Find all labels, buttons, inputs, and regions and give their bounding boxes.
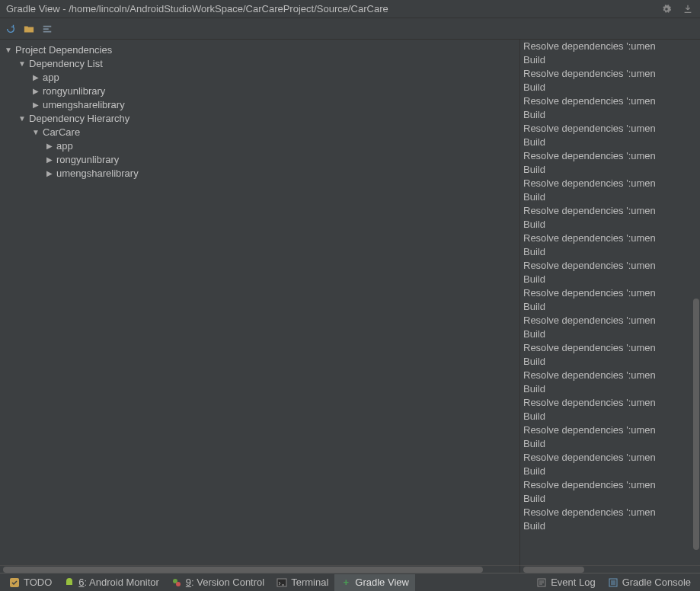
tree-item[interactable]: ▶rongyunlibrary — [0, 84, 519, 97]
collapse-toggle-icon[interactable]: ▶ — [44, 169, 55, 177]
svg-point-2 — [176, 582, 181, 586]
label: 9: Version Control — [186, 577, 264, 588]
log-icon — [536, 577, 547, 588]
tree-label: umengsharelibrary — [55, 168, 139, 179]
log-line: Build — [520, 437, 700, 451]
log-line: Build — [520, 410, 700, 423]
collapse-toggle-icon[interactable]: ▶ — [30, 73, 41, 81]
tree-item[interactable]: ▶umengsharelibrary — [0, 97, 519, 111]
log-line: Resolve dependencies ':umen — [520, 341, 700, 355]
label: Event Log — [551, 577, 596, 588]
tree-item[interactable]: ▶app — [0, 70, 519, 84]
header-actions — [660, 3, 694, 15]
terminal-icon — [276, 577, 287, 588]
log-line: Build — [520, 108, 700, 122]
android-monitor-tab[interactable]: 6: Android Monitor — [58, 574, 165, 591]
collapse-toggle-icon[interactable]: ▶ — [30, 87, 41, 95]
toolbar — [0, 18, 700, 40]
expand-toggle-icon[interactable]: ▼ — [3, 46, 14, 54]
collapse-toggle-icon[interactable]: ▶ — [44, 142, 55, 150]
log-line: Build — [520, 136, 700, 149]
title-bar: Gradle View - /home/lincoln/AndroidStudi… — [0, 0, 700, 18]
log-line: Build — [520, 81, 700, 94]
log-line: Build — [520, 218, 700, 232]
scrollbar-thumb[interactable] — [693, 299, 699, 550]
tree-item[interactable]: ▶umengsharelibrary — [0, 166, 519, 180]
todo-icon — [9, 577, 20, 588]
tree-root[interactable]: ▼ Project Dependencies — [0, 43, 519, 56]
tree-label: CarCare — [41, 126, 80, 138]
scrollbar-thumb[interactable] — [3, 567, 483, 573]
log-line: Build — [520, 519, 700, 533]
log-line: Build — [520, 327, 700, 341]
tree-label: app — [41, 72, 59, 83]
label: TODO — [24, 577, 52, 588]
log-line: Build — [520, 190, 700, 204]
log-hscrollbar[interactable] — [519, 565, 700, 573]
log-line: Build — [520, 245, 700, 259]
tree-node-carcare[interactable]: ▼ CarCare — [0, 125, 519, 139]
refresh-icon[interactable] — [5, 23, 17, 35]
plus-icon: + — [340, 577, 351, 588]
bottom-toolbar: TODO 6: Android Monitor 9: Version Contr… — [0, 573, 700, 591]
label: Gradle Console — [622, 577, 691, 588]
event-log-tab[interactable]: Event Log — [530, 574, 602, 591]
log-line: Build — [520, 492, 700, 506]
log-line: Resolve dependencies ':umen — [520, 232, 700, 245]
tree-label: Dependency List — [27, 58, 103, 69]
log-line: Resolve dependencies ':umen — [520, 478, 700, 492]
label: Gradle View — [355, 577, 409, 588]
tree-item[interactable]: ▶app — [0, 139, 519, 152]
log-content[interactable]: Resolve dependencies ':umenBuildResolve … — [520, 40, 700, 533]
layout-icon[interactable] — [41, 23, 53, 35]
log-line: Resolve dependencies ':umen — [520, 149, 700, 163]
log-line: Build — [520, 163, 700, 177]
version-control-tab[interactable]: 9: Version Control — [165, 574, 270, 591]
vcs-icon — [171, 577, 182, 588]
console-icon — [608, 577, 618, 588]
tree-node-dephier[interactable]: ▼ Dependency Hierarchy — [0, 111, 519, 125]
log-line: Resolve dependencies ':umen — [520, 67, 700, 81]
gear-icon[interactable] — [660, 3, 673, 15]
hscroll-row — [0, 565, 700, 573]
log-line: Resolve dependencies ':umen — [520, 506, 700, 519]
collapse-toggle-icon[interactable]: ▶ — [44, 155, 55, 164]
tree-label: Dependency Hierarchy — [27, 113, 129, 124]
terminal-tab[interactable]: Terminal — [270, 574, 334, 591]
vertical-scrollbar[interactable] — [692, 40, 700, 557]
collapse-toggle-icon[interactable]: ▶ — [30, 101, 41, 109]
log-line: Resolve dependencies ':umen — [520, 122, 700, 136]
gradle-console-tab[interactable]: Gradle Console — [602, 574, 697, 591]
tree-label: Project Dependencies — [14, 44, 112, 56]
expand-toggle-icon[interactable]: ▼ — [17, 59, 27, 68]
log-line: Resolve dependencies ':umen — [520, 314, 700, 327]
log-line: Resolve dependencies ':umen — [520, 40, 700, 53]
todo-tab[interactable]: TODO — [3, 574, 58, 591]
tree-label: rongyunlibrary — [41, 85, 105, 97]
log-line: Resolve dependencies ':umen — [520, 177, 700, 190]
android-icon — [64, 577, 75, 588]
log-line: Build — [520, 300, 700, 314]
log-line: Resolve dependencies ':umen — [520, 259, 700, 273]
tree-item[interactable]: ▶rongyunlibrary — [0, 152, 519, 166]
expand-toggle-icon[interactable]: ▼ — [17, 114, 27, 123]
scrollbar-thumb[interactable] — [523, 567, 584, 573]
log-line: Build — [520, 355, 700, 369]
label: 6: Android Monitor — [78, 577, 159, 588]
log-line: Resolve dependencies ':umen — [520, 369, 700, 382]
log-line: Build — [520, 273, 700, 286]
main-content: ▼ Project Dependencies ▼ Dependency List… — [0, 40, 700, 565]
log-line: Resolve dependencies ':umen — [520, 451, 700, 465]
log-line: Resolve dependencies ':umen — [520, 204, 700, 218]
log-line: Build — [520, 382, 700, 396]
log-panel: Resolve dependencies ':umenBuildResolve … — [519, 40, 700, 565]
tree-label: rongyunlibrary — [55, 154, 119, 165]
log-line: Resolve dependencies ':umen — [520, 286, 700, 300]
gradle-view-tab[interactable]: + Gradle View — [334, 574, 415, 591]
folder-icon[interactable] — [23, 23, 35, 35]
tree-node-deplist[interactable]: ▼ Dependency List — [0, 56, 519, 70]
download-icon[interactable] — [682, 3, 694, 15]
dependency-tree[interactable]: ▼ Project Dependencies ▼ Dependency List… — [0, 40, 519, 565]
expand-toggle-icon[interactable]: ▼ — [30, 128, 41, 136]
tree-hscrollbar[interactable] — [0, 565, 519, 573]
